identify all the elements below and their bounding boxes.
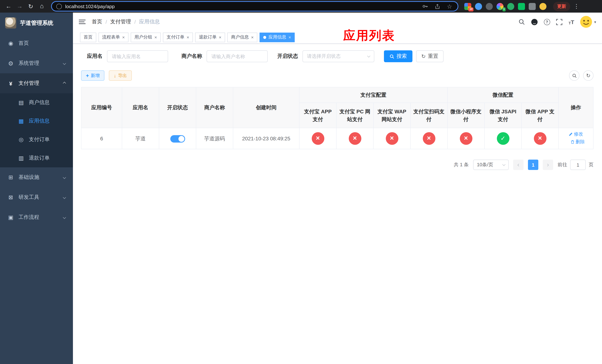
sidebar-item-system[interactable]: 系统管理: [0, 53, 73, 73]
search-icon[interactable]: [518, 18, 525, 26]
breadcrumb-separator: [134, 19, 136, 25]
cell-created: 2021-10-23 08:49:25: [233, 128, 299, 149]
col-header-actions: 操作: [559, 87, 593, 128]
export-button-label: 导出: [118, 72, 127, 79]
col-header-alipay-pc: 支付宝 PC 网站支付: [336, 103, 373, 128]
close-tab-icon[interactable]: [187, 35, 189, 39]
help-icon[interactable]: [544, 19, 550, 25]
app-title: 芋道管理系统: [20, 20, 53, 26]
url-text[interactable]: localhost:1024/pay/app: [65, 3, 418, 9]
fullscreen-icon[interactable]: [556, 18, 563, 26]
address-bar[interactable]: localhost:1024/pay/app: [51, 1, 458, 11]
close-tab-icon[interactable]: [251, 35, 254, 39]
grid-icon: [18, 118, 24, 124]
goto-page: 前往 页: [558, 160, 593, 170]
toggle-search-icon[interactable]: [569, 70, 580, 81]
delete-link[interactable]: 删除: [570, 139, 585, 146]
goto-label: 前往: [558, 161, 567, 168]
sidebar-item-app-info[interactable]: 应用信息: [0, 112, 73, 130]
refresh-table-icon[interactable]: [583, 70, 593, 81]
tab-merchant-info[interactable]: 商户信息: [227, 32, 257, 42]
tab-refund-orders[interactable]: 退款订单: [195, 32, 225, 42]
sidebar-item-pay-orders[interactable]: 支付订单: [0, 130, 73, 149]
chevron-down-icon: [63, 196, 66, 199]
col-header-alipay-qr: 支付宝扫码支付: [410, 103, 447, 128]
edit-link[interactable]: 修改: [569, 131, 583, 138]
yen-icon: [7, 80, 14, 86]
prev-page-button[interactable]: [513, 160, 524, 170]
tab-user-group[interactable]: 用户分组: [131, 32, 161, 42]
extension-colorful-icon[interactable]: 1: [496, 3, 504, 10]
extension-chat-icon[interactable]: [518, 3, 525, 10]
extension-green-circle-icon[interactable]: [507, 3, 514, 10]
app-shell: 芋道管理系统 首页 系统管理 支付管理 商户信息: [0, 13, 602, 364]
extension-drop-icon[interactable]: [475, 3, 482, 10]
breadcrumb-payment[interactable]: 支付管理: [110, 19, 131, 25]
chevron-down-icon: [63, 176, 66, 179]
breadcrumb-home[interactable]: 首页: [92, 19, 102, 25]
extension-emoji-icon[interactable]: [539, 3, 547, 10]
search-button[interactable]: 搜索: [384, 50, 412, 62]
site-info-icon[interactable]: [56, 3, 62, 9]
next-page-button[interactable]: [543, 160, 553, 170]
sidebar-item-merchant-info[interactable]: 商户信息: [0, 93, 73, 112]
sidebar-item-dev-tools[interactable]: 研发工具: [0, 187, 73, 207]
app-name-input[interactable]: [107, 50, 168, 62]
password-key-icon[interactable]: [421, 3, 429, 10]
close-tab-icon[interactable]: [288, 35, 291, 39]
col-header-alipay-wap: 支付宝 WAP 网站支付: [373, 103, 410, 128]
bookmark-star-icon[interactable]: [446, 3, 453, 10]
tab-app-info[interactable]: 应用信息: [259, 32, 295, 42]
sidebar-item-home[interactable]: 首页: [0, 33, 73, 53]
github-icon[interactable]: [531, 18, 538, 26]
tab-process-form[interactable]: 流程表单: [98, 32, 129, 42]
close-tab-icon[interactable]: [219, 35, 221, 39]
browser-reload-icon[interactable]: [26, 1, 35, 11]
browser-forward-icon[interactable]: [15, 1, 24, 11]
sidebar-item-payment[interactable]: 支付管理: [0, 73, 73, 93]
sidebar-toggle-icon[interactable]: [79, 20, 86, 24]
status-select[interactable]: 请选择开启状态: [302, 50, 374, 62]
tab-pay-orders[interactable]: 支付订单: [163, 32, 193, 42]
page-number-button[interactable]: 1: [528, 160, 538, 170]
browser-chrome: localhost:1024/pay/app 10: [0, 0, 602, 13]
pagination: 共 1 条 10条/页 1 前往 页: [81, 160, 593, 170]
browser-update-button[interactable]: 更新: [553, 2, 570, 11]
extension-dark-icon[interactable]: [486, 3, 493, 10]
sidebar-item-label: 商户信息: [29, 99, 50, 106]
browser-menu-icon[interactable]: [572, 1, 581, 11]
merchant-name-input[interactable]: [207, 50, 268, 62]
chevron-down-icon: [367, 54, 370, 57]
cell-wx-app: [521, 128, 559, 149]
goto-page-input[interactable]: [570, 160, 586, 170]
export-button[interactable]: 导出: [109, 70, 132, 81]
font-size-icon[interactable]: [569, 19, 574, 25]
status-check-icon: [497, 132, 509, 145]
col-header-wx-lite: 微信小程序支付: [447, 103, 484, 128]
share-icon[interactable]: [434, 3, 441, 10]
user-menu[interactable]: [580, 16, 596, 28]
status-cross-icon: [312, 132, 324, 145]
tab-home[interactable]: 首页: [80, 32, 96, 42]
tags-bar: 首页 流程表单 用户分组 支付订单 退款订单: [73, 31, 602, 44]
sidebar-item-workflow[interactable]: 工作流程: [0, 207, 73, 227]
browser-back-icon[interactable]: [4, 1, 13, 11]
close-tab-icon[interactable]: [122, 35, 125, 39]
app-name-label: 应用名: [87, 53, 103, 60]
sidebar-item-infrastructure[interactable]: 基础设施: [0, 167, 73, 187]
reset-button[interactable]: 重置: [416, 50, 443, 62]
sidebar-item-refund-orders[interactable]: 退款订单: [0, 149, 73, 167]
page-size-select[interactable]: 10条/页: [473, 160, 509, 170]
app-table: 应用编号 应用名 开启状态 商户名称 创建时间 支付宝配置 微信配置 操作 支付…: [81, 87, 593, 149]
browser-home-icon[interactable]: [37, 1, 47, 11]
add-button[interactable]: 新增: [81, 70, 104, 81]
tab-label: 首页: [84, 34, 93, 40]
avatar[interactable]: [580, 16, 592, 28]
extension-grid-icon[interactable]: 10: [464, 3, 471, 10]
col-header-wx-app: 微信 APP 支付: [521, 103, 559, 128]
extensions-puzzle-icon[interactable]: [529, 3, 536, 10]
logo-row[interactable]: 芋道管理系统: [0, 13, 73, 33]
status-toggle[interactable]: [170, 135, 185, 142]
close-tab-icon[interactable]: [154, 35, 157, 39]
credit-card-icon: [18, 99, 24, 106]
